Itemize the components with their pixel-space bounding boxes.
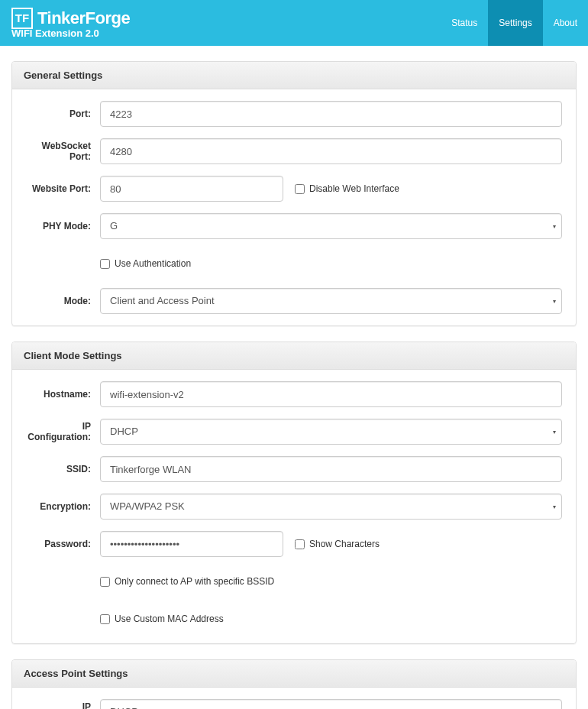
brand: TF TinkerForge WIFI Extension 2.0 [11, 5, 130, 42]
client-ip-config-select[interactable]: DHCP [100, 419, 562, 445]
brand-subtitle: WIFI Extension 2.0 [11, 28, 130, 39]
disable-web-checkbox-group[interactable]: Disable Web Interface [295, 183, 399, 194]
client-ssid-label: SSID: [20, 464, 100, 474]
client-show-chars-label: Show Characters [309, 539, 380, 549]
nav-status[interactable]: Status [441, 0, 488, 46]
ap-settings-panel: Access Point Settings IP Configuration: … [11, 659, 577, 709]
phy-mode-label: PHY Mode: [20, 221, 100, 231]
hostname-input[interactable] [100, 381, 562, 407]
nav-about[interactable]: About [543, 0, 588, 46]
tf-logo-icon: TF [11, 8, 33, 29]
disable-web-label: Disable Web Interface [309, 183, 399, 194]
client-custom-mac-checkbox[interactable] [100, 614, 110, 624]
ap-ip-config-select[interactable]: DHCP [100, 699, 562, 709]
client-ip-config-label: IP Configuration: [20, 421, 100, 442]
use-auth-label: Use Authentication [115, 258, 191, 269]
client-encryption-label: Encryption: [20, 501, 100, 512]
only-connect-bssid-label: Only connect to AP with specific BSSID [115, 576, 274, 587]
ap-settings-heading: Access Point Settings [12, 660, 576, 688]
mode-label: Mode: [20, 296, 100, 306]
disable-web-checkbox[interactable] [295, 184, 305, 194]
websocket-port-input[interactable] [100, 138, 562, 164]
use-auth-checkbox[interactable] [100, 259, 110, 269]
navbar: TF TinkerForge WIFI Extension 2.0 Status… [0, 0, 588, 46]
brand-name: TinkerForge [37, 8, 130, 28]
client-encryption-select[interactable]: WPA/WPA2 PSK [100, 494, 562, 520]
nav-items: Status Settings About [441, 0, 588, 46]
general-settings-panel: General Settings Port: WebSocket Port: W… [11, 61, 577, 326]
website-port-input[interactable] [100, 176, 283, 202]
websocket-port-label: WebSocket Port: [20, 141, 100, 162]
use-auth-checkbox-group[interactable]: Use Authentication [100, 258, 191, 269]
client-mode-heading: Client Mode Settings [12, 342, 576, 370]
client-custom-mac-label: Use Custom MAC Address [115, 613, 224, 624]
hostname-label: Hostname: [20, 389, 100, 400]
client-password-input[interactable] [100, 531, 283, 557]
nav-settings[interactable]: Settings [488, 0, 542, 46]
mode-select[interactable]: Client and Access Point [100, 288, 562, 314]
general-settings-heading: General Settings [12, 62, 576, 89]
ap-ip-config-label: IP Configuration: [20, 701, 100, 709]
client-custom-mac-group[interactable]: Use Custom MAC Address [100, 613, 224, 624]
phy-mode-select[interactable]: G [100, 213, 562, 239]
client-show-chars-checkbox[interactable] [295, 539, 305, 549]
port-input[interactable] [100, 101, 562, 127]
only-connect-bssid-group[interactable]: Only connect to AP with specific BSSID [100, 576, 274, 587]
client-show-chars-group[interactable]: Show Characters [295, 539, 380, 549]
only-connect-bssid-checkbox[interactable] [100, 577, 110, 587]
port-label: Port: [20, 108, 100, 119]
website-port-label: Website Port: [20, 183, 100, 194]
client-ssid-input[interactable] [100, 456, 562, 482]
client-mode-panel: Client Mode Settings Hostname: IP Config… [11, 342, 577, 644]
client-password-label: Password: [20, 539, 100, 549]
